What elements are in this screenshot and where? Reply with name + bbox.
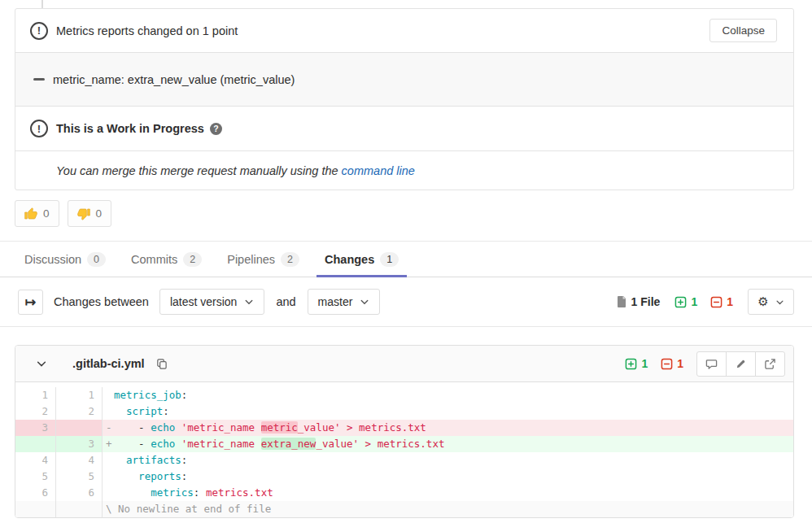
arrow-from-bar-icon: ↦ bbox=[25, 294, 36, 310]
toggle-comments-button[interactable] bbox=[696, 351, 727, 377]
external-link-icon bbox=[764, 358, 776, 370]
diff-settings-button[interactable]: ⚙ bbox=[748, 289, 794, 315]
old-line-number[interactable]: 6 bbox=[15, 485, 56, 501]
plus-square-icon bbox=[674, 296, 687, 308]
code-segment: : bbox=[181, 454, 188, 466]
code-segment bbox=[114, 454, 126, 466]
tab-pipelines-label: Pipelines bbox=[227, 253, 275, 266]
files-count: 1 File bbox=[616, 295, 661, 308]
old-line-number[interactable]: 4 bbox=[15, 452, 56, 469]
diff-line: 3- - echo 'metric_name metric_value' > m… bbox=[15, 420, 793, 436]
wip-status-label: This is a Work in Progress bbox=[56, 122, 204, 135]
new-line-number[interactable]: 2 bbox=[56, 403, 103, 420]
code-segment: _value' bbox=[316, 438, 359, 450]
new-line-number[interactable]: 3 bbox=[56, 436, 103, 452]
tab-pipelines-count: 2 bbox=[281, 252, 299, 267]
new-line-number[interactable]: 6 bbox=[56, 485, 103, 501]
wip-status-row: ! This is a Work in Progress ? bbox=[15, 106, 793, 150]
alert-circle-icon: ! bbox=[30, 22, 48, 40]
diff-line: 55 reports: bbox=[15, 469, 793, 485]
diff-line: 3+ - echo 'metric_name extra_new_value' … bbox=[15, 436, 793, 452]
code-segment: > bbox=[365, 438, 372, 450]
code-segment: script bbox=[126, 405, 163, 417]
additions-count: 1 bbox=[691, 295, 697, 308]
code-segment: artifacts bbox=[126, 454, 181, 466]
tab-discussion[interactable]: Discussion 0 bbox=[16, 242, 114, 277]
diff-line-code: \ No newline at end of file bbox=[103, 501, 793, 517]
old-line-number[interactable]: 2 bbox=[15, 403, 56, 420]
chevron-down-icon bbox=[360, 297, 369, 307]
code-segment: metric bbox=[261, 421, 298, 434]
collapse-button[interactable]: Collapse bbox=[709, 19, 777, 42]
diff-line: \ No newline at end of file bbox=[15, 501, 793, 517]
tab-commits-label: Commits bbox=[131, 253, 177, 266]
question-mark-icon[interactable]: ? bbox=[210, 123, 222, 135]
tab-commits[interactable]: Commits 2 bbox=[123, 242, 210, 277]
new-line-number[interactable] bbox=[56, 420, 103, 436]
new-line-number[interactable]: 4 bbox=[56, 452, 103, 469]
metrics-report-row: ! Metrics reports changed on 1 point Col… bbox=[15, 9, 793, 52]
code-segment bbox=[371, 438, 378, 450]
thumbs-down-button[interactable]: 0 bbox=[68, 200, 112, 227]
code-segment: \ No newline at end of file bbox=[106, 503, 271, 515]
new-line-number[interactable]: 5 bbox=[56, 469, 103, 485]
diff-line: 44 artifacts: bbox=[15, 452, 793, 469]
target-version-value: master bbox=[318, 295, 353, 308]
code-segment: metrics.txt bbox=[378, 438, 445, 450]
command-line-link[interactable]: command line bbox=[342, 164, 415, 177]
tab-discussion-label: Discussion bbox=[24, 253, 81, 266]
thumbs-up-button[interactable]: 0 bbox=[15, 200, 59, 227]
file-additions-count: 1 bbox=[641, 357, 648, 370]
additions-stat: 1 bbox=[674, 295, 697, 308]
old-line-number[interactable] bbox=[15, 436, 56, 452]
file-path: .gitlab-ci.yml bbox=[72, 357, 145, 370]
tab-pipelines[interactable]: Pipelines 2 bbox=[219, 242, 308, 277]
gear-icon: ⚙ bbox=[757, 294, 768, 309]
code-segment bbox=[175, 438, 181, 450]
old-line-number[interactable] bbox=[15, 501, 56, 517]
merge-manually-row: You can merge this merge request manuall… bbox=[15, 150, 793, 190]
widget-timeline-connector bbox=[41, 0, 43, 8]
tab-changes[interactable]: Changes 1 bbox=[317, 242, 407, 277]
copy-path-icon[interactable] bbox=[155, 358, 168, 370]
and-label: and bbox=[276, 295, 295, 308]
code-segment: : bbox=[181, 470, 188, 482]
code-segment bbox=[340, 421, 347, 434]
old-line-number[interactable]: 1 bbox=[15, 387, 56, 403]
changes-between-label: Changes between bbox=[54, 295, 149, 308]
target-version-dropdown[interactable]: master bbox=[308, 289, 381, 315]
diff-line: 66 metrics: metrics.txt bbox=[15, 485, 793, 501]
chevron-down-icon bbox=[775, 298, 784, 307]
diff-line-code: + - echo 'metric_name extra_new_value' >… bbox=[103, 436, 793, 452]
code-segment bbox=[114, 405, 126, 417]
diff-content: 11 metrics_job:22 script:3- - echo 'metr… bbox=[15, 382, 793, 517]
collapse-file-chevron-icon[interactable] bbox=[36, 358, 47, 369]
diff-stats: 1 File 1 1 ⚙ bbox=[616, 289, 794, 315]
old-line-number[interactable]: 3 bbox=[15, 420, 56, 436]
old-line-number[interactable]: 5 bbox=[15, 469, 56, 485]
diff-line-marker bbox=[106, 469, 114, 485]
code-segment: metrics.txt bbox=[359, 421, 426, 434]
dash-icon bbox=[33, 78, 45, 81]
diff-line: 22 script: bbox=[15, 403, 793, 420]
code-segment: echo bbox=[151, 438, 175, 450]
new-line-number[interactable]: 1 bbox=[56, 387, 103, 403]
edit-file-button[interactable] bbox=[726, 351, 756, 377]
diff-line-code: reports: bbox=[103, 469, 793, 485]
diff-file-header: .gitlab-ci.yml 1 1 bbox=[15, 346, 793, 382]
new-line-number[interactable] bbox=[56, 501, 103, 517]
source-version-dropdown[interactable]: latest version bbox=[159, 289, 264, 315]
code-segment: - bbox=[114, 421, 151, 434]
file-tree-toggle-button[interactable]: ↦ bbox=[18, 290, 43, 315]
code-segment: : bbox=[163, 405, 169, 417]
mr-widget-card: ! Metrics reports changed on 1 point Col… bbox=[15, 8, 794, 190]
view-file-button[interactable] bbox=[755, 351, 785, 377]
code-segment bbox=[114, 486, 151, 499]
files-count-label: 1 File bbox=[631, 295, 661, 308]
file-deletions-count: 1 bbox=[677, 357, 683, 370]
code-segment: > bbox=[347, 421, 353, 434]
merge-manually-text: You can merge this merge request manuall… bbox=[56, 164, 415, 177]
code-segment: - bbox=[114, 438, 151, 450]
deletions-stat: 1 bbox=[710, 295, 733, 308]
minus-square-icon bbox=[710, 296, 723, 308]
